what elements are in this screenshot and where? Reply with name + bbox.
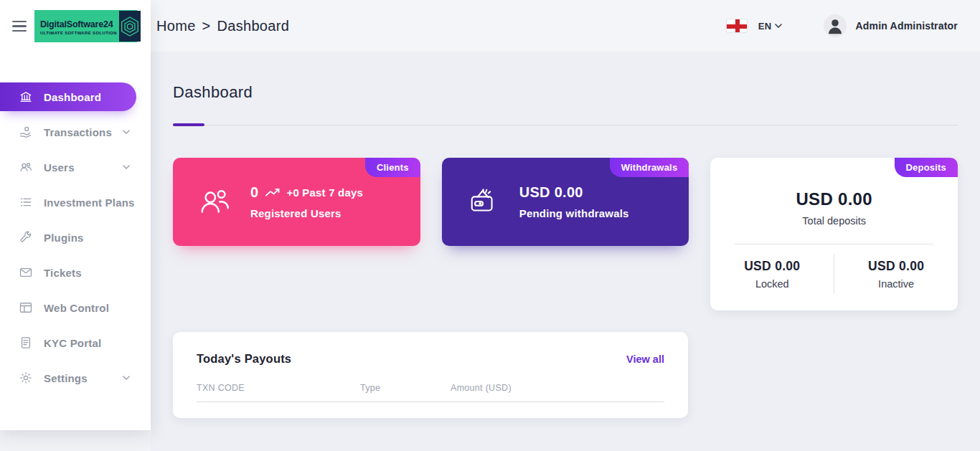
england-flag-icon [726,19,748,33]
chevron-down-icon [775,24,782,28]
bank-icon [19,90,33,104]
sidebar-nav: Dashboard Transactions [0,42,151,392]
top-header: Home > Dashboard EN Admin Administrator [151,0,980,52]
sidebar-item-investment-plans[interactable]: Investment Plans [0,188,151,217]
inactive-deposits-amount: USD 0.00 [834,259,958,274]
clients-badge: Clients [365,158,420,177]
sidebar: DigitalSoftware24 ULTIMATE SOFTWARE SOLU… [0,0,151,430]
trend-up-icon [265,187,283,198]
hand-coin-icon [19,125,33,139]
document-icon [19,336,33,350]
brand-hexagon-icon [119,11,141,42]
sidebar-item-label: Plugins [44,232,84,244]
sidebar-item-label: Dashboard [44,91,101,103]
sidebar-item-label: Tickets [44,267,82,279]
locked-deposits-label: Locked [710,278,834,290]
deposits-badge: Deposits [895,158,958,177]
breadcrumb-home[interactable]: Home [156,18,196,34]
column-txn-code: TXN CODE [197,383,360,393]
list-icon [19,195,33,209]
inactive-deposits-label: Inactive [834,278,958,290]
payouts-table-header: TXN CODE Type Amount (USD) [197,383,664,402]
breadcrumb-separator: > [202,18,211,34]
column-amount: Amount (USD) [451,383,664,393]
pending-withdrawals-amount: USD 0.00 [519,184,583,201]
breadcrumb-current: Dashboard [217,18,290,34]
envelope-icon [19,265,33,280]
users-icon [199,186,232,219]
layout-icon [19,300,33,315]
user-menu[interactable]: Admin Administrator [824,14,958,37]
user-name: Admin Administrator [855,20,958,32]
payouts-title: Today's Payouts [197,352,291,366]
stat-cards-row: Clients 0 [173,158,958,310]
sidebar-item-label: Web Control [44,302,109,314]
wallet-icon [468,186,501,219]
sidebar-item-label: Transactions [44,126,112,138]
sidebar-item-settings[interactable]: Settings [0,364,151,392]
title-divider [173,123,958,126]
column-type: Type [360,383,451,393]
chevron-down-icon [123,165,130,169]
brand-logo[interactable]: DigitalSoftware24 ULTIMATE SOFTWARE SOLU… [34,10,137,42]
clients-trend-text: +0 Past 7 days [286,186,363,199]
sidebar-item-dashboard[interactable]: Dashboard [0,82,136,111]
total-deposits-amount: USD 0.00 [710,189,958,209]
sidebar-item-users[interactable]: Users [0,153,151,181]
language-selector[interactable]: EN [726,19,783,33]
withdrawals-card: Withdrawals USD 0.00 [442,158,689,246]
chevron-down-icon [123,130,130,134]
clients-card-label: Registered Users [250,207,363,219]
main-content: Dashboard Clients 0 [151,52,980,451]
title-divider-line [204,125,958,125]
breadcrumb: Home > Dashboard [156,18,289,34]
title-divider-accent [173,123,204,126]
total-deposits-label: Total deposits [710,215,958,227]
wrench-icon [19,230,33,245]
brand-subtitle: ULTIMATE SOFTWARE SOLUTION [40,31,117,35]
sidebar-item-web-control[interactable]: Web Control [0,293,151,322]
chevron-down-icon [123,376,130,380]
avatar [824,14,847,37]
withdrawals-card-label: Pending withdrawals [519,207,629,219]
language-code: EN [758,21,772,32]
hamburger-menu-icon[interactable] [12,18,28,34]
deposits-card: Deposits USD 0.00 Total deposits USD 0.0… [710,158,958,310]
gear-icon [19,371,33,385]
sidebar-item-transactions[interactable]: Transactions [0,118,151,146]
sidebar-item-kyc-portal[interactable]: KYC Portal [0,328,151,357]
clients-card: Clients 0 [173,158,420,246]
sidebar-item-label: Settings [44,372,88,384]
page-title: Dashboard [173,83,958,102]
sidebar-item-label: Investment Plans [44,196,135,209]
users-icon [19,160,33,174]
todays-payouts-card: Today's Payouts View all TXN CODE Type A… [173,332,688,418]
withdrawals-badge: Withdrawals [610,158,689,177]
registered-users-count: 0 [250,184,258,201]
view-all-link[interactable]: View all [626,353,664,365]
sidebar-item-tickets[interactable]: Tickets [0,258,151,287]
brand-title: DigitalSoftware24 [40,19,117,29]
locked-deposits-amount: USD 0.00 [710,259,834,274]
sidebar-item-label: Users [44,161,75,174]
sidebar-item-plugins[interactable]: Plugins [0,223,151,252]
sidebar-item-label: KYC Portal [44,337,101,349]
